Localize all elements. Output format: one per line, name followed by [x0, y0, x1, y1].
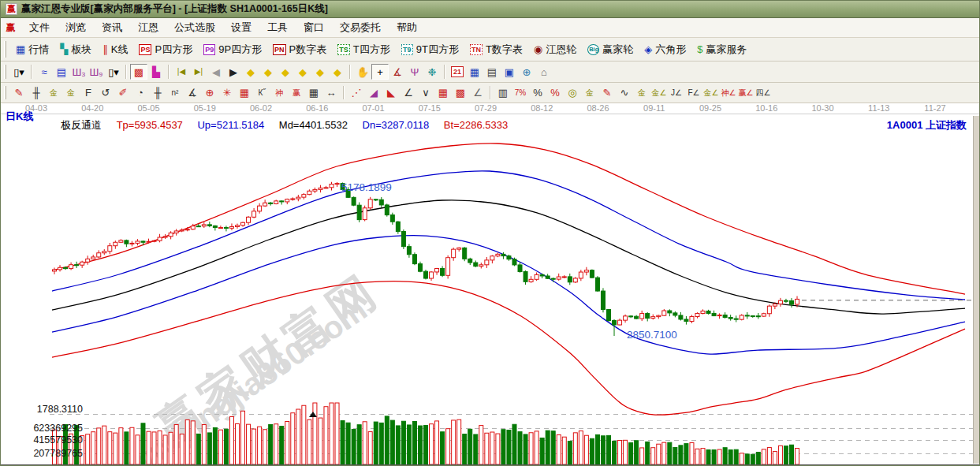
j-angle-button[interactable]: J∠: [668, 85, 685, 101]
target-star-button[interactable]: ✳: [218, 85, 236, 101]
grid-red-2-button[interactable]: ▩: [452, 85, 469, 101]
cloud-tool-button[interactable]: ❉: [423, 64, 441, 80]
first-page-button[interactable]: |◀: [173, 64, 190, 80]
gold-line-button[interactable]: 金: [581, 85, 598, 101]
menu-news[interactable]: 资讯: [94, 19, 130, 36]
grid-123-button[interactable]: ▦: [305, 85, 322, 101]
hand-tool-button[interactable]: ✋: [354, 64, 371, 80]
remote-pc-button[interactable]: ⌂: [535, 64, 553, 80]
ruler-ticks-button[interactable]: ╫: [149, 85, 166, 101]
menu-formula-select[interactable]: 公式选股: [166, 19, 223, 36]
menu-trading[interactable]: 交易委托: [332, 19, 389, 36]
diamond-left-button[interactable]: ◆: [242, 64, 259, 80]
ying-angle-button[interactable]: 赢∠: [737, 85, 755, 101]
right-scroll-strip[interactable]: [973, 116, 979, 464]
pencil-red-button[interactable]: ✎: [598, 85, 616, 101]
diamond-hsplit-button[interactable]: ◆: [277, 64, 294, 80]
toolbar-t-table[interactable]: TNT数字表: [464, 43, 528, 57]
toolbar-9p-square-label: 9P四方形: [218, 43, 262, 57]
calendar-button[interactable]: 21: [449, 64, 466, 80]
toolbar-p-table[interactable]: PNP数字表: [267, 43, 332, 57]
save-button[interactable]: ▣: [501, 64, 518, 80]
toolbar-winner-service[interactable]: $赢家服务: [691, 43, 752, 57]
diamond-right-button[interactable]: ◆: [259, 64, 277, 80]
shen-grid-button[interactable]: 神: [270, 85, 288, 101]
gold-angle-button[interactable]: 金∠: [650, 85, 668, 101]
toolbar-winner-wheel[interactable]: Big赢家轮: [582, 43, 639, 57]
gold-line-2-button[interactable]: 金: [633, 85, 650, 101]
k-quote-button[interactable]: К˝: [253, 85, 270, 101]
toolbar-t-square[interactable]: TST四方形: [332, 43, 395, 57]
diamond-compress-button[interactable]: ◆: [294, 64, 311, 80]
fan-lines-3-button[interactable]: ◣: [382, 85, 400, 101]
toolbar-gann-wheel[interactable]: ◉江恩轮: [528, 43, 582, 57]
spiral-button[interactable]: ↺: [97, 85, 114, 101]
toolbar-9t-square[interactable]: T99T四方形: [396, 43, 464, 57]
bars-3-button[interactable]: Ш₃: [70, 64, 88, 80]
angle-measure-button[interactable]: ∡: [389, 64, 406, 80]
percent-slash-button[interactable]: 7%: [512, 85, 529, 101]
fan-lines-2-button[interactable]: ◢: [365, 85, 382, 101]
menu-browse[interactable]: 浏览: [58, 19, 94, 36]
menu-tools[interactable]: 工具: [259, 19, 296, 36]
gold-ladder-1-button[interactable]: 金: [45, 85, 62, 101]
info-note-button[interactable]: ▤: [53, 64, 70, 80]
menu-help[interactable]: 帮助: [389, 19, 425, 36]
titlebar[interactable]: 赢 赢家江恩专业版[赢家内部服务平台] - [上证指数 SH1A0001-165…: [1, 1, 979, 18]
diamond-full-button[interactable]: ◆: [329, 64, 346, 80]
notepad-button[interactable]: ▤: [483, 64, 501, 80]
last-page-button[interactable]: ▶|: [190, 64, 207, 80]
menu-window[interactable]: 窗口: [296, 19, 332, 36]
wave-tool-button[interactable]: ∿: [616, 85, 633, 101]
span-tool-button[interactable]: ↔: [322, 85, 340, 101]
percent-button[interactable]: %: [529, 85, 546, 101]
toolbar-kline[interactable]: ∥K线: [97, 43, 133, 57]
bars-9-button[interactable]: Ш₉: [88, 64, 105, 80]
toolbar-p-square[interactable]: PSP四方形: [133, 43, 198, 57]
clock-spiral-button[interactable]: ◔: [132, 85, 149, 101]
toolbar-hexagon[interactable]: ◈六角形: [639, 43, 691, 57]
angle-ruler-button[interactable]: ∡: [184, 85, 201, 101]
f-angle-button[interactable]: F∠: [685, 85, 702, 101]
calculator-button[interactable]: ▦: [466, 64, 483, 80]
target-grid-button[interactable]: ▦: [236, 85, 253, 101]
chart-style-dropdown-button[interactable]: ▯▾: [10, 64, 28, 80]
prev-bar-button[interactable]: ◀: [207, 64, 225, 80]
four-angle-button[interactable]: 四∠: [755, 85, 772, 101]
web-sync-button[interactable]: ⊕: [518, 64, 535, 80]
menu-settings[interactable]: 设置: [223, 19, 259, 36]
fan-lines-4-button[interactable]: ∠: [400, 85, 417, 101]
indicator-md-value: Md=4401.5532: [279, 119, 348, 131]
ladder-button[interactable]: ╫: [28, 85, 45, 101]
toolbar-quotes[interactable]: ▦行情: [10, 43, 54, 57]
percent-line-button[interactable]: %: [546, 85, 564, 101]
grid-red-1-button[interactable]: ▦: [434, 85, 452, 101]
chart-area[interactable]: 赢家财富网www.yingjia360.com04-0304-2005-0505…: [1, 103, 979, 466]
f-ladder-button[interactable]: F: [80, 85, 97, 101]
fan-lines-6-button[interactable]: ∠: [469, 85, 486, 101]
toolbar-9p-square[interactable]: P99P四方形: [198, 43, 267, 57]
gold-ladder-2-button[interactable]: 金: [62, 85, 80, 101]
gann-shape-tool-button[interactable]: Ψ: [406, 64, 423, 80]
fan-lines-1-button[interactable]: ⋰: [348, 85, 365, 101]
percent-bars-button[interactable]: ▥: [494, 85, 512, 101]
gold-angle-2-button[interactable]: 金∠: [702, 85, 720, 101]
formula-overlay-button[interactable]: ≈: [35, 64, 53, 80]
menu-gann[interactable]: 江恩: [130, 19, 166, 36]
fan-lines-5-button[interactable]: ∨: [417, 85, 434, 101]
brush-red-button[interactable]: ✎: [10, 85, 28, 101]
n-square-button[interactable]: n²: [166, 85, 184, 101]
hollow-candle-dropdown-button[interactable]: ▯▾: [105, 64, 122, 80]
gann-circle-button[interactable]: ◎: [564, 85, 581, 101]
diamond-expand-button[interactable]: ◆: [311, 64, 329, 80]
next-bar-button[interactable]: ▶: [225, 64, 242, 80]
target-red-button[interactable]: ⊕: [201, 85, 218, 101]
toolbar-sectors[interactable]: ▚板块: [54, 43, 97, 57]
ying-grid-button[interactable]: 赢: [288, 85, 305, 101]
crosshair-tool-button[interactable]: +: [371, 64, 389, 80]
shen-angle-button[interactable]: 神∠: [720, 85, 737, 101]
knife-red-button[interactable]: ✐: [114, 85, 132, 101]
menu-file[interactable]: 文件: [21, 19, 58, 36]
volume-profile-button[interactable]: ▙: [147, 64, 165, 80]
pattern-mark-button[interactable]: ▩: [130, 64, 147, 80]
